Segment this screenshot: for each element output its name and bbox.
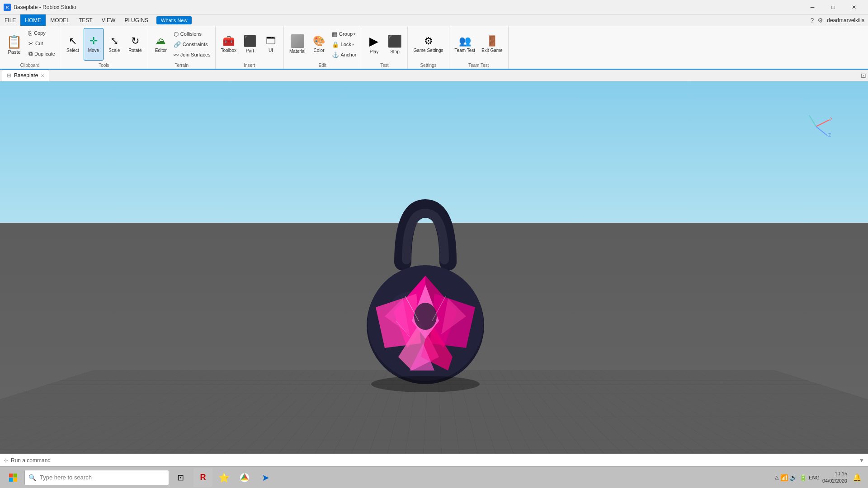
svg-point-22 bbox=[371, 376, 480, 392]
settings-icon[interactable]: ⚙ bbox=[817, 17, 823, 24]
cut-button[interactable]: ✂ Cut bbox=[27, 38, 57, 48]
command-dropdown-icon[interactable]: ▼ bbox=[859, 457, 864, 464]
paste-label: Paste bbox=[8, 49, 20, 55]
clipboard-col: ⎘ Copy ✂ Cut ⧉ Duplicate bbox=[27, 28, 57, 61]
exit-game-icon: 🚪 bbox=[486, 35, 498, 47]
part-label: Part bbox=[246, 48, 254, 54]
tab-icon: ⊞ bbox=[7, 72, 11, 79]
ribbon-group-edit: Material 🎨 Color ▦ Group ▾ 🔒 Lock ▾ ⚓ bbox=[284, 26, 361, 69]
group-button[interactable]: ▦ Group ▾ bbox=[330, 29, 359, 39]
battery-icon[interactable]: 🔋 bbox=[799, 474, 807, 481]
tab-label: Baseplate bbox=[14, 72, 38, 79]
paste-button[interactable]: 📋 Paste bbox=[3, 28, 26, 61]
collisions-button[interactable]: ⬡ Collisions bbox=[172, 29, 212, 39]
menu-plugins[interactable]: PLUGINS bbox=[120, 14, 153, 26]
play-icon: ▶ bbox=[369, 34, 378, 48]
move-icon: ✛ bbox=[90, 35, 98, 47]
menu-view[interactable]: VIEW bbox=[97, 14, 120, 26]
close-button[interactable]: ✕ bbox=[844, 0, 864, 14]
svg-line-2 bbox=[809, 115, 816, 127]
clipboard-group-label: Clipboard bbox=[20, 63, 40, 68]
arrow-app-icon[interactable]: ➤ bbox=[256, 468, 275, 487]
clock[interactable]: 10:15 04/02/2020 bbox=[822, 470, 847, 484]
rotate-button[interactable]: ↻ Rotate bbox=[125, 28, 145, 61]
star-app-icon[interactable]: ⭐ bbox=[214, 468, 233, 487]
notification-button[interactable]: 🔔 bbox=[850, 470, 864, 485]
part-icon: ⬛ bbox=[243, 35, 257, 47]
clipboard-inner: 📋 Paste ⎘ Copy ✂ Cut ⧉ Duplicate bbox=[3, 28, 57, 62]
collisions-icon: ⬡ bbox=[174, 31, 179, 38]
duplicate-label: Duplicate bbox=[34, 51, 55, 56]
exit-game-label: Exit Game bbox=[481, 48, 503, 53]
tab-expand-icon[interactable]: ⊡ bbox=[861, 72, 866, 79]
anchor-icon: ⚓ bbox=[332, 52, 339, 58]
speaker-icon[interactable]: 🔊 bbox=[790, 474, 797, 481]
command-placeholder[interactable]: Run a command bbox=[11, 457, 859, 464]
baseplate-tab[interactable]: ⊞ Baseplate ✕ bbox=[2, 70, 49, 81]
anchor-button[interactable]: ⚓ Anchor bbox=[330, 50, 359, 60]
join-surfaces-label: Join Surfaces bbox=[180, 52, 211, 57]
taskbar-left: 🔍 ⊡ bbox=[4, 468, 190, 487]
time-label: 10:15 bbox=[822, 470, 847, 477]
scale-button[interactable]: ⤡ Scale bbox=[104, 28, 124, 61]
exit-game-button[interactable]: 🚪 Exit Game bbox=[479, 28, 505, 61]
roblox-studio-taskbar-icon[interactable]: R bbox=[193, 468, 212, 487]
cut-label: Cut bbox=[35, 41, 43, 46]
paste-icon: 📋 bbox=[6, 34, 22, 49]
task-view-icon: ⊡ bbox=[177, 473, 184, 483]
toolbox-button[interactable]: 🧰 Toolbox bbox=[218, 28, 239, 61]
taskbar: 🔍 ⊡ R ⭐ ➤ △ bbox=[0, 466, 868, 488]
kettlebell-3d-object bbox=[340, 181, 511, 398]
scale-icon: ⤡ bbox=[110, 35, 118, 47]
search-input[interactable] bbox=[40, 474, 165, 481]
svg-rect-24 bbox=[14, 474, 18, 478]
username-label: deadmarvelkills bbox=[827, 17, 864, 23]
help-icon[interactable]: ? bbox=[811, 17, 814, 24]
material-label: Material bbox=[289, 49, 306, 54]
stop-button[interactable]: ⬛ Stop bbox=[385, 28, 405, 61]
copy-label: Copy bbox=[34, 30, 46, 36]
arrow-icon: ➤ bbox=[262, 472, 269, 483]
wifi-icon[interactable]: 📶 bbox=[780, 474, 788, 481]
toolbox-label: Toolbox bbox=[221, 48, 236, 53]
chrome-app-icon[interactable] bbox=[235, 468, 254, 487]
game-settings-button[interactable]: ⚙ Game Settings bbox=[410, 28, 446, 61]
ui-button[interactable]: 🗔 UI bbox=[261, 28, 281, 61]
terrain-col: ⬡ Collisions 🔗 Constraints ⚯ Join Surfac… bbox=[172, 28, 212, 61]
tab-close-button[interactable]: ✕ bbox=[41, 73, 44, 78]
tray-chevron-icon[interactable]: △ bbox=[775, 474, 778, 480]
menu-test[interactable]: TEST bbox=[74, 14, 97, 26]
menu-home[interactable]: HOME bbox=[20, 14, 46, 26]
whats-new-button[interactable]: What's New bbox=[156, 16, 192, 24]
material-button[interactable]: Material bbox=[287, 28, 308, 61]
lock-icon: 🔒 bbox=[332, 41, 339, 48]
lock-button[interactable]: 🔒 Lock ▾ bbox=[330, 39, 359, 49]
ui-label: UI bbox=[269, 48, 273, 53]
menu-model[interactable]: MODEL bbox=[46, 14, 74, 26]
move-label: Move bbox=[88, 48, 99, 53]
team-test-button[interactable]: 👥 Team Test bbox=[452, 28, 478, 61]
minimize-button[interactable]: ─ bbox=[802, 0, 823, 14]
duplicate-button[interactable]: ⧉ Duplicate bbox=[27, 49, 57, 59]
group-dropdown-icon: ▾ bbox=[354, 32, 355, 36]
join-surfaces-button[interactable]: ⚯ Join Surfaces bbox=[172, 50, 212, 60]
part-button[interactable]: ⬛ Part bbox=[240, 28, 260, 61]
tab-bar: ⊞ Baseplate ✕ ⊡ bbox=[0, 70, 868, 81]
group-icon: ▦ bbox=[332, 31, 337, 38]
cut-icon: ✂ bbox=[28, 40, 33, 47]
start-button[interactable] bbox=[4, 468, 23, 487]
select-button[interactable]: ↖ Select bbox=[63, 28, 83, 61]
copy-button[interactable]: ⎘ Copy bbox=[27, 28, 57, 38]
editor-button[interactable]: ⛰ Editor bbox=[151, 28, 171, 61]
play-button[interactable]: ▶ Play bbox=[364, 28, 384, 61]
svg-text:Z: Z bbox=[828, 133, 831, 138]
task-view-button[interactable]: ⊡ bbox=[171, 468, 190, 487]
svg-text:X: X bbox=[830, 117, 832, 122]
menu-bar: FILE HOME MODEL TEST VIEW PLUGINS What's… bbox=[0, 14, 868, 26]
color-button[interactable]: 🎨 Color bbox=[309, 28, 329, 61]
constraints-button[interactable]: 🔗 Constraints bbox=[172, 39, 212, 49]
viewport[interactable]: X Z bbox=[0, 81, 868, 454]
move-button[interactable]: ✛ Move bbox=[84, 28, 104, 61]
restore-button[interactable]: □ bbox=[823, 0, 844, 14]
menu-file[interactable]: FILE bbox=[0, 14, 20, 26]
